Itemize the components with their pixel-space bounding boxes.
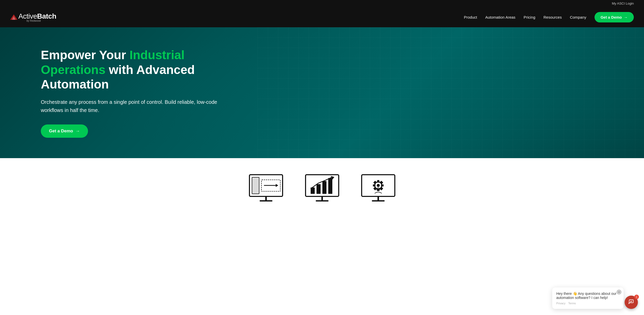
settings-icon [360,173,396,201]
icon-card-settings [360,173,396,201]
icon-card-workflow [248,173,284,201]
hero-get-demo-button[interactable]: Get a Demo → [41,124,88,138]
hero-section: Empower Your Industrial Operations with … [0,27,644,158]
nav-automation-areas[interactable]: Automation Areas [485,15,515,19]
svg-rect-12 [317,184,321,194]
analytics-icon [304,173,340,201]
navigation: ActiveBatch by Redwood Product Automatio… [0,7,644,27]
svg-rect-9 [260,200,272,201]
svg-rect-3 [252,177,259,194]
logo-icon [10,14,17,21]
svg-rect-24 [381,184,384,186]
nav-pricing[interactable]: Pricing [524,15,535,19]
svg-marker-7 [276,184,278,187]
nav-resources[interactable]: Resources [544,15,562,19]
svg-rect-13 [322,181,326,194]
nav-company[interactable]: Company [570,15,586,19]
hero-subtitle: Orchestrate any process from a single po… [41,98,219,114]
workflow-icon [248,173,284,201]
svg-rect-21 [377,180,379,183]
svg-rect-25 [373,181,376,184]
nav-links: Product Automation Areas Pricing Resourc… [464,12,634,22]
hero-content: Empower Your Industrial Operations with … [41,48,219,138]
svg-rect-26 [380,181,383,184]
hero-title: Empower Your Industrial Operations with … [41,48,219,92]
svg-point-20 [377,184,380,187]
feature-icons-section [0,158,644,207]
nav-get-demo-button[interactable]: Get a Demo → [595,12,634,22]
top-bar: My ASCI Login [0,0,644,7]
icon-card-analytics [304,173,340,201]
svg-rect-10 [306,175,339,196]
logo-subtext: by Redwood [27,19,56,22]
svg-rect-23 [373,184,375,186]
logo[interactable]: ActiveBatch by Redwood [10,12,56,22]
svg-rect-14 [328,178,332,194]
login-link[interactable]: My ASCI Login [612,2,634,5]
nav-product[interactable]: Product [464,15,477,19]
hero-grid-bg [258,27,644,158]
svg-rect-17 [316,200,329,201]
svg-rect-31 [372,200,385,201]
